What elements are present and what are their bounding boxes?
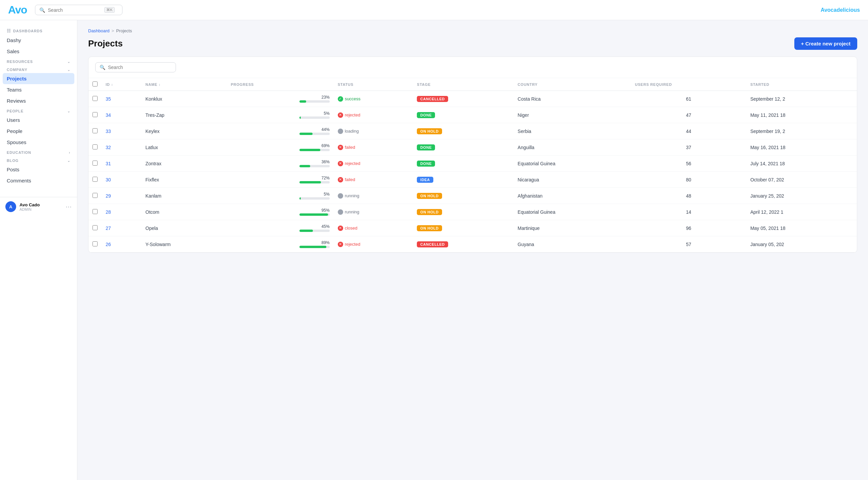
stage-pill: CANCELLED (417, 241, 448, 247)
sidebar-item-dashy[interactable]: Dashy (0, 35, 77, 46)
progress-bar-fill (300, 213, 328, 216)
row-users-required: 61 (631, 91, 746, 107)
row-checkbox-cell[interactable] (89, 220, 102, 236)
row-id[interactable]: 35 (102, 91, 141, 107)
row-id[interactable]: 30 (102, 172, 141, 188)
row-checkbox[interactable] (93, 225, 98, 230)
id-link[interactable]: 32 (106, 145, 111, 150)
stage-pill: CANCELLED (417, 96, 448, 102)
sidebar-item-people[interactable]: People (0, 125, 77, 137)
user-role: ADMIN (20, 207, 62, 211)
search-kbd: ⌘K (104, 7, 114, 13)
sidebar-item-spouses[interactable]: Spouses (0, 137, 77, 148)
row-users-required: 47 (631, 107, 746, 123)
row-checkbox-cell[interactable] (89, 204, 102, 220)
id-link[interactable]: 30 (106, 177, 111, 182)
table-row: 27Opela 45% ✕ closed ON HOLDMartinique96… (89, 220, 857, 236)
id-link[interactable]: 34 (106, 113, 111, 118)
row-users-required: 44 (631, 123, 746, 139)
table-row: 29Kanlam 5% running ON HOLDAfghanistan48… (89, 188, 857, 204)
company-chevron-icon[interactable]: ⌄ (67, 68, 70, 72)
status-dot-icon: ✕ (338, 226, 343, 231)
row-checkbox[interactable] (93, 160, 98, 166)
progress-pct: 5% (324, 111, 329, 116)
company-section-label: COMPANY ⌄ (0, 65, 77, 73)
sidebar-item-teams[interactable]: Teams (0, 84, 77, 95)
row-id[interactable]: 33 (102, 123, 141, 139)
stage-pill: ON HOLD (417, 128, 442, 134)
row-checkbox[interactable] (93, 128, 98, 133)
col-name[interactable]: NAME ↕ (141, 78, 227, 91)
progress-bar-fill (300, 230, 313, 232)
row-status: ✕ rejected (334, 107, 413, 123)
row-checkbox-cell[interactable] (89, 155, 102, 172)
row-checkbox[interactable] (93, 193, 98, 198)
row-country: Equatorial Guinea (514, 204, 631, 220)
row-stage: ON HOLD (413, 220, 514, 236)
search-icon: 🔍 (100, 65, 105, 70)
table-row: 31Zontrax 36% ✕ rejected DONEEquatorial … (89, 155, 857, 172)
select-all-header[interactable] (89, 78, 102, 91)
row-checkbox-cell[interactable] (89, 91, 102, 107)
row-status: ✕ failed (334, 172, 413, 188)
row-users-required: 56 (631, 155, 746, 172)
row-checkbox[interactable] (93, 144, 98, 149)
row-id[interactable]: 31 (102, 155, 141, 172)
row-checkbox-cell[interactable] (89, 236, 102, 252)
row-checkbox[interactable] (93, 241, 98, 246)
id-link[interactable]: 35 (106, 96, 111, 102)
topbar: Avo 🔍 ⌘K Avocadelicious (0, 0, 868, 20)
sidebar-item-users[interactable]: Users (0, 115, 77, 125)
row-id[interactable]: 26 (102, 236, 141, 252)
id-link[interactable]: 31 (106, 161, 111, 166)
row-users-required: 37 (631, 139, 746, 155)
row-checkbox-cell[interactable] (89, 139, 102, 155)
row-checkbox-cell[interactable] (89, 188, 102, 204)
education-chevron-icon[interactable]: › (69, 151, 70, 154)
id-link[interactable]: 29 (106, 193, 111, 199)
col-id[interactable]: ID ↕ (102, 78, 141, 91)
table-row: 28Otcom 95% running ON HOLDEquatorial Gu… (89, 204, 857, 220)
row-checkbox-cell[interactable] (89, 107, 102, 123)
row-stage: ON HOLD (413, 204, 514, 220)
select-all-checkbox[interactable] (93, 82, 98, 87)
create-project-button[interactable]: + Create new project (794, 37, 857, 50)
row-id[interactable]: 28 (102, 204, 141, 220)
row-id[interactable]: 34 (102, 107, 141, 123)
table-search-input[interactable] (108, 65, 168, 70)
global-search-input[interactable] (48, 7, 102, 13)
page-header: Projects + Create new project (88, 37, 857, 50)
row-name: Tres-Zap (141, 107, 227, 123)
row-users-required: 80 (631, 172, 746, 188)
row-id[interactable]: 32 (102, 139, 141, 155)
row-checkbox[interactable] (93, 112, 98, 117)
user-more-button[interactable]: ⋯ (66, 203, 72, 210)
row-checkbox[interactable] (93, 209, 98, 214)
resources-chevron-icon[interactable]: ⌄ (67, 60, 70, 64)
row-checkbox[interactable] (93, 177, 98, 182)
sidebar-item-projects[interactable]: Projects (3, 73, 74, 84)
sidebar-item-posts[interactable]: Posts (0, 164, 77, 175)
row-checkbox-cell[interactable] (89, 172, 102, 188)
row-users-required: 57 (631, 236, 746, 252)
blog-chevron-icon[interactable]: ⌄ (67, 159, 70, 162)
row-id[interactable]: 27 (102, 220, 141, 236)
progress-bar-bg (300, 149, 330, 151)
id-link[interactable]: 26 (106, 242, 111, 247)
sidebar-item-sales[interactable]: Sales (0, 46, 77, 57)
people-chevron-icon[interactable]: ⌄ (67, 110, 70, 113)
progress-bar-fill (300, 165, 310, 167)
status-badge: ✕ rejected (338, 242, 409, 247)
row-checkbox-cell[interactable] (89, 123, 102, 139)
row-checkbox[interactable] (93, 96, 98, 101)
global-search-box[interactable]: 🔍 ⌘K (35, 5, 122, 15)
table-search-box[interactable]: 🔍 (95, 62, 176, 72)
id-link[interactable]: 33 (106, 128, 111, 134)
breadcrumb-parent[interactable]: Dashboard (88, 28, 110, 33)
sidebar-item-comments[interactable]: Comments (0, 175, 77, 186)
row-id[interactable]: 29 (102, 188, 141, 204)
sidebar-item-reviews[interactable]: Reviews (0, 95, 77, 107)
id-link[interactable]: 28 (106, 209, 111, 215)
table-row: 30Fixflex 72% ✕ failed IDEANicaragua80Oc… (89, 172, 857, 188)
id-link[interactable]: 27 (106, 226, 111, 231)
